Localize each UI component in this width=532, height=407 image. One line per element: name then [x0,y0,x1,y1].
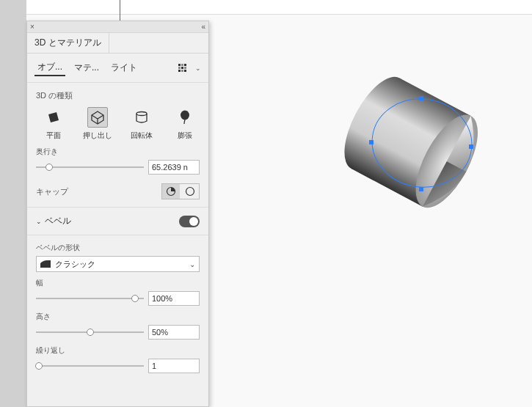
depth-slider-row [36,160,200,175]
chevron-down-icon: ⌄ [189,260,195,268]
svg-point-20 [186,188,194,196]
revolve-icon [131,107,152,128]
svg-point-18 [181,111,189,120]
3d-type-label: 3D の種類 [36,90,200,101]
bevel-shape-label: ベベルの形状 [36,243,200,253]
guide-line[interactable] [120,0,120,21]
svg-rect-9 [181,64,183,66]
depth-slider[interactable] [36,162,144,172]
bevel-section: ベベルの形状 クラシック ⌄ 幅 高さ 繰り返し [27,235,208,381]
tab-objects[interactable]: オブ... [34,59,65,76]
chevron-down-icon: ⌄ [36,218,42,225]
plane-caption: 平面 [46,131,61,141]
svg-rect-6 [369,140,374,144]
bevel-width-input[interactable] [148,291,200,306]
tab-lights[interactable]: ライト [108,60,140,76]
type-extrude[interactable]: 押し出し [83,107,112,141]
depth-input[interactable] [148,160,200,175]
canvas-3d-object[interactable] [327,62,499,224]
cap-row: キャップ [36,183,200,199]
3d-type-row: 平面 押し出し 回転体 膨張 [36,107,200,141]
type-inflate[interactable]: 膨張 [170,107,200,141]
revolve-caption: 回転体 [131,131,153,141]
bevel-shape-icon [40,260,51,268]
svg-rect-11 [178,67,181,69]
bevel-repeat-input[interactable] [148,359,200,373]
svg-rect-10 [184,64,186,66]
inflate-caption: 膨張 [178,131,192,141]
panel-title-row: 3D とマテリアル [27,33,208,54]
chevron-down-icon[interactable]: ⌄ [195,65,201,72]
3d-materials-panel: × « 3D とマテリアル オブ... マテ... ライト ⌄ 3D の種類 平… [26,21,209,407]
bevel-repeat-slider[interactable] [36,361,144,371]
ruler-bar [26,0,532,15]
app-left-strip [0,0,26,407]
svg-point-17 [136,112,147,116]
collapse-icon[interactable]: « [201,23,205,31]
cap-buttons [161,183,200,199]
bevel-shape-value: クラシック [55,259,95,270]
bevel-repeat-label: 繰り返し [36,345,200,356]
close-icon[interactable]: × [30,23,34,31]
svg-rect-7 [469,144,473,149]
svg-rect-8 [178,64,181,66]
svg-rect-14 [178,70,181,72]
tab-materials[interactable]: マテ... [71,60,102,76]
svg-rect-4 [419,96,423,100]
svg-rect-5 [419,187,423,191]
depth-label: 奥行き [36,147,200,157]
bevel-height-label: 高さ [36,312,200,322]
extrude-caption: 押し出し [83,131,112,141]
svg-rect-12 [181,67,183,69]
bevel-toggle[interactable] [179,216,200,227]
inflate-icon [175,107,195,128]
3d-type-section: 3D の種類 平面 押し出し 回転体 [27,83,208,208]
render-settings-icon[interactable] [178,63,188,73]
bevel-header: ⌄ ベベル [27,208,208,235]
cap-on-button[interactable] [162,184,180,199]
plane-icon [43,107,64,128]
svg-rect-13 [184,67,186,69]
type-plane[interactable]: 平面 [39,107,68,141]
bevel-title[interactable]: ⌄ ベベル [36,215,71,227]
svg-rect-15 [181,70,183,72]
type-revolve[interactable]: 回転体 [127,107,156,141]
extrude-icon [87,107,108,128]
panel-top-bar: × « [27,21,208,33]
panel-title-tab[interactable]: 3D とマテリアル [27,33,109,53]
cap-off-button[interactable] [181,184,199,199]
bevel-width-label: 幅 [36,278,200,288]
subtabs: オブ... マテ... ライト ⌄ [27,54,208,83]
cap-label: キャップ [36,186,68,197]
bevel-height-input[interactable] [148,325,200,340]
bevel-width-slider[interactable] [36,293,144,304]
svg-rect-16 [184,70,186,72]
bevel-height-slider[interactable] [36,327,144,337]
bevel-shape-select[interactable]: クラシック ⌄ [36,256,200,272]
bevel-title-text: ベベル [45,215,71,227]
